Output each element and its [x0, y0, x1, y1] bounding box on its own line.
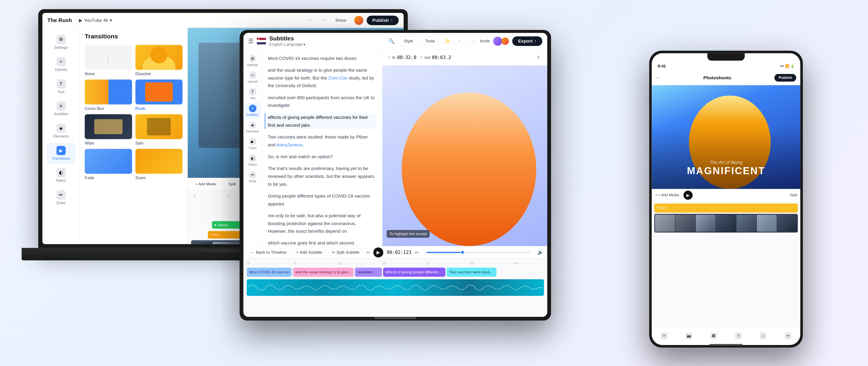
invite-label: Invite [480, 39, 490, 43]
next-frame-icon[interactable]: ⏭ [415, 250, 419, 255]
phone-text-track[interactable]: T Text [654, 204, 798, 213]
sidebar-item-filters[interactable]: ◐ Filters [46, 165, 75, 186]
split-phone-button[interactable]: Split [790, 193, 797, 197]
tsidebar-subtitles[interactable]: ≡ Subtitles [245, 102, 260, 118]
transition-crossblur[interactable]: Cross Blur [85, 80, 132, 111]
transition-push[interactable]: Push [135, 80, 183, 111]
out-value[interactable]: 00:63.2 [432, 55, 451, 60]
split-button[interactable]: Split [225, 180, 240, 188]
redo-button-tablet[interactable]: → [467, 36, 476, 46]
subtitle-clip-1[interactable]: Most COVID-19 vaccine [247, 268, 292, 277]
frame-2 [213, 242, 233, 244]
tsidebar-filters[interactable]: ◐ Filters [245, 152, 260, 168]
astrazeneca-link[interactable]: AstraZeneca [277, 142, 303, 147]
sidebar-draw-label: Draw [57, 201, 65, 205]
plus-icon: + [655, 193, 657, 197]
transition-extra2[interactable]: Zoom [135, 149, 183, 180]
phone-icon-cut[interactable]: ✂ [658, 330, 671, 342]
cut-icon: ✂ [661, 333, 668, 339]
split-subtitle-button[interactable]: ✂ Split Subtitle [329, 248, 363, 256]
transition-spin[interactable]: Spin [135, 114, 183, 146]
progress-bar[interactable] [426, 252, 530, 253]
transition-wipe[interactable]: Wipe [85, 114, 132, 146]
phone-icon-draw[interactable]: ✏ [782, 330, 794, 342]
phone-icon-music[interactable]: ♪ [757, 330, 770, 342]
plus-icon: + [296, 250, 299, 255]
music-icon: ♪ [760, 333, 767, 339]
style-button[interactable]: Style [400, 37, 417, 45]
sidebar-item-transitions[interactable]: ▶ Transitions [46, 143, 75, 164]
sidebar-item-upload[interactable]: + Upload [46, 54, 75, 75]
tablet-bottom-section: ← Back to Timeline + Add Subtitle ✂ Spli… [243, 246, 548, 259]
play-button-phone[interactable]: ▶ [683, 190, 692, 200]
sidebar-item-text[interactable]: T Text [46, 77, 75, 97]
draw-icon: ✏ [249, 171, 256, 178]
tablet-sidebar: ⚙ Settings + Upload T Text [243, 50, 262, 246]
phone-home-bar [710, 344, 743, 345]
add-subtitle-button[interactable]: + Add Subtitle [293, 248, 326, 256]
transition-spin-thumb [135, 114, 183, 139]
transition-none[interactable]: None [85, 45, 132, 76]
tsidebar-transitions[interactable]: ▶ Trans [245, 136, 260, 151]
tsidebar-text[interactable]: T Text [245, 86, 260, 101]
tools-button[interactable]: Tools [421, 37, 439, 45]
tablet-home-indicator [375, 317, 416, 319]
progress-fill [426, 252, 463, 253]
tsidebar-settings[interactable]: ⚙ Settings [245, 53, 260, 68]
phone-publish-button[interactable]: Publish [774, 74, 796, 82]
search-button[interactable]: 🔍 [387, 36, 396, 46]
sidebar-item-subtitles[interactable]: ≡ Subtitles [46, 98, 75, 119]
tablet-app-title: Subtitles [270, 35, 306, 42]
tsidebar-elements[interactable]: ◈ Elements [245, 119, 260, 135]
chevron-down-icon: ▾ [110, 18, 112, 23]
phone-icon-photo[interactable]: 📷 [683, 330, 695, 342]
menu-icon[interactable]: ☰ [248, 38, 254, 44]
progress-thumb[interactable] [461, 250, 465, 254]
phone-icon-image[interactable]: 🖼 [708, 330, 720, 342]
sidebar-item-settings[interactable]: ⚙ Settings [46, 32, 75, 53]
prev-frame-icon[interactable]: ⏮ [366, 250, 370, 255]
sidebar-item-elements[interactable]: ◈ Elements [46, 121, 75, 141]
subtitle-clip-2[interactable]: and the usual strategy is to give... [293, 268, 354, 277]
magic-icon[interactable]: ✨ [442, 36, 452, 46]
transition-extra1[interactable]: Fade [85, 149, 132, 180]
subtitle-editor: ⊙ in 00:32.0 ⊙ out 00:63.2 🗑 [382, 50, 547, 246]
upload-icon: + [249, 71, 256, 79]
phone-back-button[interactable]: ← [656, 75, 660, 80]
add-media-button[interactable]: + Add Media [192, 180, 220, 188]
avatar-tablet [493, 36, 502, 46]
comcov-link[interactable]: Com-Cov [329, 75, 348, 81]
subtitle-clip-3[interactable]: recruited... [355, 268, 382, 277]
undo-button-tablet[interactable]: ← [455, 36, 464, 46]
subtitle-clip-5[interactable]: Two vaccines were studi... [447, 268, 496, 277]
tablet-video-track [247, 279, 544, 298]
in-value[interactable]: 00:32.0 [397, 55, 416, 60]
undo-button[interactable]: ← [306, 16, 315, 25]
transition-extra2-label: Zoom [135, 176, 183, 180]
tablet-content: ⚙ Settings + Upload T Text [243, 50, 548, 246]
redo-button[interactable]: → [319, 16, 328, 25]
share-button[interactable]: Share [331, 16, 351, 25]
transition-dissolve-label: Dissolve [135, 71, 183, 76]
youtube-preset[interactable]: ▶ YouTube 4k ▾ [79, 18, 112, 23]
transition-dissolve[interactable]: Dissolve [135, 45, 183, 76]
publish-button[interactable]: Publish ↑ [367, 16, 399, 25]
phone-icon-text[interactable]: T [732, 330, 745, 342]
signal-icon: 📶 [785, 64, 789, 68]
tablet-screen: ☰ Subtitles English Language ▾ 🔍 Style [243, 33, 548, 317]
delete-button[interactable]: 🗑 [535, 54, 542, 61]
sidebar-elements-label: Elements [53, 134, 69, 139]
sidebar-item-draw[interactable]: ✏ Draw [46, 187, 75, 208]
subtitle-clips-row: Most COVID-19 vaccine and the usual stra… [247, 267, 544, 277]
add-media-phone-button[interactable]: + + Add Media [655, 193, 679, 197]
subtitle-clip-4[interactable]: effects of giving people different... [383, 268, 445, 277]
volume-icon[interactable]: 🔊 [537, 249, 543, 255]
play-button-tablet[interactable]: ▶ [373, 247, 383, 257]
tsidebar-draw[interactable]: ✏ Draw [245, 169, 260, 185]
person-silhouette [399, 92, 539, 246]
sidebar-upload-label: Upload [55, 67, 67, 72]
in-icon: ⊙ [388, 55, 391, 60]
tsidebar-upload[interactable]: + Upload [245, 69, 260, 85]
back-to-timeline-button[interactable]: ← Back to Timeline [248, 248, 290, 256]
export-button[interactable]: Export ↑ [512, 36, 542, 46]
